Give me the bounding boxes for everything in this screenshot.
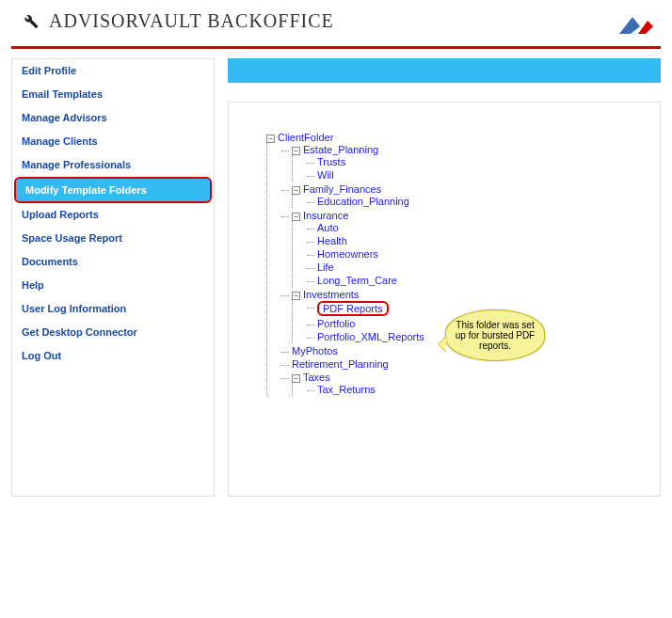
sidebar-item-get-desktop-connector[interactable]: Get Desktop Connector [12,321,214,344]
content-topbar [228,58,661,83]
sidebar-item-upload-reports[interactable]: Upload Reports [12,203,214,227]
sidebar: Edit Profile Email Templates Manage Advi… [11,58,215,497]
sidebar-item-help[interactable]: Help [12,274,214,297]
tree-node-portfolio-xml-reports[interactable]: Portfolio_XML_Reports [317,331,424,342]
sidebar-item-user-log-information[interactable]: User Log Information [12,297,214,321]
sidebar-item-documents[interactable]: Documents [12,250,214,274]
tree-node-retirement-planning[interactable]: Retirement_Planning [292,358,389,370]
main: Edit Profile Email Templates Manage Advi… [0,58,672,508]
tree-node-education-planning[interactable]: Education_Planning [317,196,409,207]
sidebar-item-manage-professionals[interactable]: Manage Professionals [12,153,214,177]
app-title: ADVISORVAULT BACKOFFICE [49,10,334,32]
tree-node-estate-planning[interactable]: Estate_Planning [303,144,378,155]
toggle-icon[interactable]: − [292,186,300,195]
tree-node-homeowners[interactable]: Homeowners [317,248,378,260]
annotation-callout: This folder was set up for bursted PDF r… [445,309,545,361]
tree-node-taxes[interactable]: Taxes [303,372,330,383]
toggle-icon[interactable]: − [292,147,300,155]
tree-node-trusts[interactable]: Trusts [317,156,345,167]
header: ADVISORVAULT BACKOFFICE [0,0,672,40]
sidebar-item-edit-profile[interactable]: Edit Profile [12,59,214,83]
tree-node-long-term-care[interactable]: Long_Term_Care [317,275,397,286]
corner-logo-icon [617,13,655,38]
brand: ADVISORVAULT BACKOFFICE [19,9,653,33]
toggle-icon[interactable]: − [292,213,300,221]
tree-node-clientfolder[interactable]: ClientFolder [278,132,333,143]
tree-node-myphotos[interactable]: MyPhotos [292,345,338,357]
toggle-icon[interactable]: − [292,374,300,383]
tree-node-tax-returns[interactable]: Tax_Returns [317,384,376,395]
sidebar-item-space-usage-report[interactable]: Space Usage Report [12,227,214,250]
folder-tree: −ClientFolder −Estate_Planning Trusts Wi… [257,131,632,398]
sidebar-item-modify-template-folders[interactable]: Modify Template Folders [14,177,212,203]
tree-node-auto[interactable]: Auto [317,222,339,233]
tree-node-health[interactable]: Health [317,235,347,246]
toggle-icon[interactable]: − [292,292,300,300]
tree-node-will[interactable]: Will [317,169,334,181]
tree-node-insurance[interactable]: Insurance [303,210,348,221]
sidebar-item-manage-clients[interactable]: Manage Clients [12,130,214,153]
sidebar-item-manage-advisors[interactable]: Manage Advisors [12,106,214,130]
header-divider [11,46,661,49]
content: −ClientFolder −Estate_Planning Trusts Wi… [228,58,661,497]
wrench-icon [19,9,40,33]
sidebar-item-log-out[interactable]: Log Out [12,344,214,368]
tree-node-life[interactable]: Life [317,261,334,273]
content-body: −ClientFolder −Estate_Planning Trusts Wi… [228,102,661,497]
toggle-icon[interactable]: − [266,135,275,143]
tree-node-family-finances[interactable]: Family_Finances [303,183,381,195]
tree-node-pdf-reports[interactable]: PDF Reports [323,303,383,314]
sidebar-item-email-templates[interactable]: Email Templates [12,83,214,106]
tree-node-investments[interactable]: Investments [303,289,359,300]
tree-node-portfolio[interactable]: Portfolio [317,318,355,329]
